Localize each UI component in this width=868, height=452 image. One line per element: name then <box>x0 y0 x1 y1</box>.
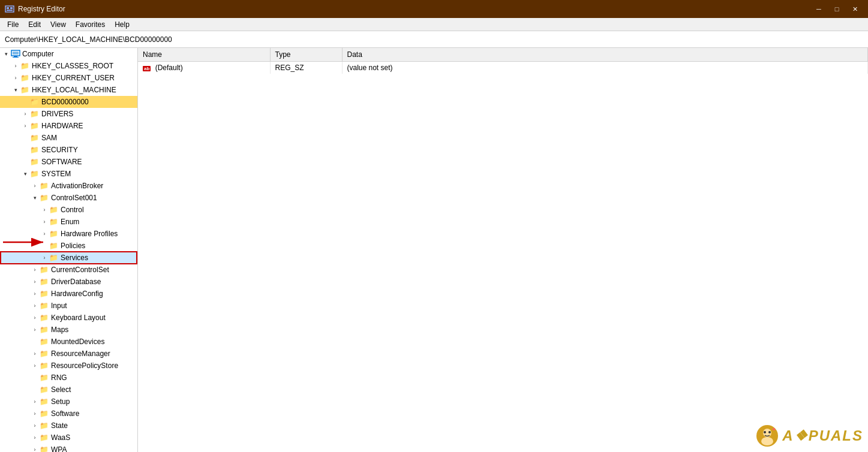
table-row[interactable]: ab (Default) REG_SZ (value not set) <box>138 61 868 74</box>
tree-enum[interactable]: › 📁 Enum <box>0 216 137 228</box>
tree-panel[interactable]: ▾ Computer › 📁 HKEY_CLASSES_ROOT › 📁 HKE… <box>0 48 138 452</box>
control-label: Control <box>61 206 84 214</box>
expand-keyboard-layout[interactable]: › <box>30 313 40 323</box>
expand-controlset001[interactable]: ▾ <box>30 193 40 203</box>
expand-software-node[interactable]: › <box>30 409 40 418</box>
expand-resource-policy[interactable]: › <box>30 361 40 370</box>
waas-label: WaaS <box>51 433 70 442</box>
tree-resource-manager[interactable]: › 📁 ResourceManager <box>0 348 137 360</box>
hardware-label: HARDWARE <box>41 122 83 130</box>
folder-icon-services: 📁 <box>49 254 59 262</box>
folder-icon-software-node: 📁 <box>40 409 49 418</box>
expand-hkey-classes-root[interactable]: › <box>11 61 20 71</box>
tree-bcd[interactable]: 📁 BCD00000000 <box>0 96 137 108</box>
computer-label: Computer <box>22 50 54 58</box>
expand-drivers[interactable]: › <box>20 109 30 119</box>
menu-help[interactable]: Help <box>110 19 134 30</box>
expand-waas[interactable]: › <box>30 433 40 442</box>
folder-icon-driver-db: 📁 <box>40 278 49 286</box>
tree-hkey-classes-root[interactable]: › 📁 HKEY_CLASSES_ROOT <box>0 60 137 72</box>
tree-policies[interactable]: 📁 Policies <box>0 240 137 252</box>
tree-system[interactable]: ▾ 📁 SYSTEM <box>0 168 137 180</box>
tree-control[interactable]: › 📁 Control <box>0 204 137 216</box>
svg-rect-3 <box>7 10 13 11</box>
software-label: SOFTWARE <box>41 158 82 166</box>
expand-resource-manager[interactable]: › <box>30 349 40 358</box>
expand-control[interactable]: › <box>40 205 49 215</box>
expand-hardware-config[interactable]: › <box>30 289 40 299</box>
expand-driver-database[interactable]: › <box>30 277 40 287</box>
software-node-label: Software <box>51 409 79 418</box>
folder-icon-state: 📁 <box>40 421 49 430</box>
expand-hardware-profiles[interactable]: › <box>40 229 49 239</box>
tree-setup[interactable]: › 📁 Setup <box>0 396 137 408</box>
folder-icon-hw-profiles: 📁 <box>49 230 59 238</box>
reg-name-value: (Default) <box>155 64 183 72</box>
tree-software-node[interactable]: › 📁 Software <box>0 408 137 420</box>
tree-mounted-devices[interactable]: 📁 MountedDevices <box>0 336 137 348</box>
tree-rng[interactable]: 📁 RNG <box>0 372 137 384</box>
expand-input[interactable]: › <box>30 301 40 311</box>
tree-security[interactable]: 📁 SECURITY <box>0 144 137 156</box>
tree-resource-policy-store[interactable]: › 📁 ResourcePolicyStore <box>0 360 137 372</box>
maximize-button[interactable]: □ <box>828 3 845 15</box>
tree-keyboard-layout[interactable]: › 📁 Keyboard Layout <box>0 312 137 324</box>
tree-software[interactable]: 📁 SOFTWARE <box>0 156 137 168</box>
expand-maps[interactable]: › <box>30 325 40 335</box>
minimize-button[interactable]: ─ <box>810 3 827 15</box>
tree-services[interactable]: › 📁 Services <box>0 252 137 264</box>
expand-state[interactable]: › <box>30 421 40 430</box>
col-header-name: Name <box>138 48 270 61</box>
system-label: SYSTEM <box>41 170 71 178</box>
folder-icon-local-machine: 📁 <box>20 86 30 94</box>
close-button[interactable]: ✕ <box>846 3 863 15</box>
activation-broker-label: ActivationBroker <box>51 182 103 190</box>
tree-driver-database[interactable]: › 📁 DriverDatabase <box>0 276 137 288</box>
drivers-label: DRIVERS <box>41 110 73 118</box>
expand-enum[interactable]: › <box>40 217 49 227</box>
expand-activation-broker[interactable]: › <box>30 181 40 191</box>
folder-icon-hardware: 📁 <box>30 122 40 130</box>
expand-wpa[interactable]: › <box>30 445 40 452</box>
folder-icon-wpa: 📁 <box>40 445 49 452</box>
reg-type-cell: REG_SZ <box>270 61 342 74</box>
hkey-current-user-label: HKEY_CURRENT_USER <box>32 74 115 82</box>
tree-hardware-profiles[interactable]: › 📁 Hardware Profiles <box>0 228 137 240</box>
folder-icon-system: 📁 <box>30 170 40 178</box>
tree-sam[interactable]: 📁 SAM <box>0 132 137 144</box>
folder-icon-rng: 📁 <box>40 373 49 382</box>
services-label: Services <box>61 254 88 262</box>
expand-system[interactable]: ▾ <box>20 169 30 179</box>
expand-setup[interactable]: › <box>30 397 40 406</box>
menu-edit[interactable]: Edit <box>23 19 46 30</box>
menu-file[interactable]: File <box>2 19 23 30</box>
tree-maps[interactable]: › 📁 Maps <box>0 324 137 336</box>
expand-current-controlset[interactable]: › <box>30 265 40 275</box>
menu-view[interactable]: View <box>46 19 71 30</box>
tree-activation-broker[interactable]: › 📁 ActivationBroker <box>0 180 137 192</box>
tree-hardware[interactable]: › 📁 HARDWARE <box>0 120 137 132</box>
tree-hkey-current-user[interactable]: › 📁 HKEY_CURRENT_USER <box>0 72 137 84</box>
folder-icon-activation: 📁 <box>40 182 49 190</box>
expand-hardware[interactable]: › <box>20 121 30 131</box>
expand-computer[interactable]: ▾ <box>1 49 11 59</box>
expand-services[interactable]: › <box>40 253 49 263</box>
tree-controlset001[interactable]: ▾ 📁 ControlSet001 <box>0 192 137 204</box>
tree-waas[interactable]: › 📁 WaaS <box>0 432 137 444</box>
expand-hkey-local-machine[interactable]: ▾ <box>11 85 20 95</box>
menu-favorites[interactable]: Favorites <box>71 19 110 30</box>
tree-select[interactable]: 📁 Select <box>0 384 137 396</box>
tree-drivers[interactable]: › 📁 DRIVERS <box>0 108 137 120</box>
folder-icon-waas: 📁 <box>40 433 49 442</box>
tree-hardware-config[interactable]: › 📁 HardwareConfig <box>0 288 137 300</box>
expand-hkey-current-user[interactable]: › <box>11 73 20 83</box>
tree-wpa[interactable]: › 📁 WPA <box>0 444 137 452</box>
tree-state[interactable]: › 📁 State <box>0 420 137 432</box>
input-label: Input <box>51 302 67 310</box>
tree-computer[interactable]: ▾ Computer <box>0 48 137 60</box>
tree-hkey-local-machine[interactable]: ▾ 📁 HKEY_LOCAL_MACHINE <box>0 84 137 96</box>
title-bar: Registry Editor ─ □ ✕ <box>0 0 868 18</box>
folder-icon-current-user: 📁 <box>20 74 30 82</box>
tree-current-controlset[interactable]: › 📁 CurrentControlSet <box>0 264 137 276</box>
tree-input[interactable]: › 📁 Input <box>0 300 137 312</box>
